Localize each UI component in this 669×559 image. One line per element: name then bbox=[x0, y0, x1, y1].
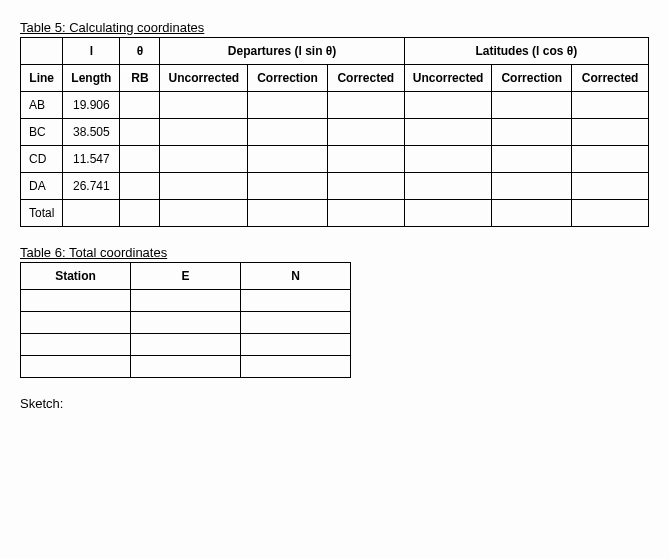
table5-length-cell: 38.505 bbox=[63, 119, 120, 146]
table5-latitudes-header: Latitudes (l cos θ) bbox=[404, 38, 648, 65]
table-row: AB19.906 bbox=[21, 92, 649, 119]
table5-lat-correction-header: Correction bbox=[492, 65, 572, 92]
table5-empty-cell bbox=[404, 200, 492, 227]
table5-lat-uncorrected-header: Uncorrected bbox=[404, 65, 492, 92]
table5-empty-cell bbox=[327, 119, 404, 146]
table5-empty-cell bbox=[492, 173, 572, 200]
table5-length-cell: 11.547 bbox=[63, 146, 120, 173]
table5-header-row2: Line Length RB Uncorrected Correction Co… bbox=[21, 65, 649, 92]
table5-empty-cell bbox=[492, 200, 572, 227]
table5-empty-cell bbox=[404, 119, 492, 146]
table-row bbox=[21, 356, 351, 378]
table5: l θ Departures (l sin θ) Latitudes (l co… bbox=[20, 37, 649, 227]
table6-station-cell bbox=[21, 334, 131, 356]
table-row: CD11.547 bbox=[21, 146, 649, 173]
table5-empty-cell bbox=[492, 92, 572, 119]
table5-empty-cell bbox=[492, 146, 572, 173]
table5-line-cell: DA bbox=[21, 173, 63, 200]
table5-empty-cell bbox=[572, 173, 649, 200]
table5-l-header: l bbox=[63, 38, 120, 65]
table5-line-header: Line bbox=[21, 65, 63, 92]
table6-station-cell bbox=[21, 356, 131, 378]
table5-empty-cell bbox=[160, 119, 248, 146]
table5-empty-cell bbox=[248, 119, 328, 146]
table-row: DA26.741 bbox=[21, 173, 649, 200]
table5-empty-cell bbox=[120, 173, 160, 200]
table5-empty-cell bbox=[248, 92, 328, 119]
table5-empty-cell bbox=[120, 146, 160, 173]
table5-empty-cell bbox=[120, 200, 160, 227]
table5-empty-cell bbox=[327, 92, 404, 119]
table5-empty-cell bbox=[327, 146, 404, 173]
table5-empty-cell bbox=[404, 173, 492, 200]
table5-dep-uncorrected-header: Uncorrected bbox=[160, 65, 248, 92]
table6-e-cell bbox=[131, 334, 241, 356]
table5-empty-cell bbox=[120, 92, 160, 119]
table5-line-cell: BC bbox=[21, 119, 63, 146]
table5-title: Table 5: Calculating coordinates bbox=[20, 20, 649, 35]
table5-empty-cell bbox=[572, 92, 649, 119]
table5-empty-cell bbox=[572, 119, 649, 146]
table6-station-cell bbox=[21, 290, 131, 312]
table6-n-header: N bbox=[241, 263, 351, 290]
table6-n-cell bbox=[241, 356, 351, 378]
table5-dep-correction-header: Correction bbox=[248, 65, 328, 92]
table6-title: Table 6: Total coordinates bbox=[20, 245, 649, 260]
table5-line-cell: CD bbox=[21, 146, 63, 173]
table5-empty-cell bbox=[327, 173, 404, 200]
table5-header-row1: l θ Departures (l sin θ) Latitudes (l co… bbox=[21, 38, 649, 65]
table6: Station E N bbox=[20, 262, 351, 378]
table6-station-header: Station bbox=[21, 263, 131, 290]
table5-empty-cell bbox=[248, 146, 328, 173]
table5-empty-cell bbox=[404, 146, 492, 173]
table5-line-cell: Total bbox=[21, 200, 63, 227]
table5-length-cell: 26.741 bbox=[63, 173, 120, 200]
table6-e-cell bbox=[131, 312, 241, 334]
table5-length-header: Length bbox=[63, 65, 120, 92]
table5-blank-header bbox=[21, 38, 63, 65]
table5-empty-cell bbox=[160, 92, 248, 119]
table6-n-cell bbox=[241, 290, 351, 312]
sketch-label: Sketch: bbox=[20, 396, 649, 411]
table5-empty-cell bbox=[120, 119, 160, 146]
table-row bbox=[21, 312, 351, 334]
table5-empty-cell bbox=[160, 173, 248, 200]
table6-station-cell bbox=[21, 312, 131, 334]
table5-empty-cell bbox=[572, 200, 649, 227]
table5-empty-cell bbox=[160, 200, 248, 227]
table5-empty-cell bbox=[572, 146, 649, 173]
table5-empty-cell bbox=[404, 92, 492, 119]
table-row: Total bbox=[21, 200, 649, 227]
table5-lat-corrected-header: Corrected bbox=[572, 65, 649, 92]
table-row: BC38.505 bbox=[21, 119, 649, 146]
table5-length-cell: 19.906 bbox=[63, 92, 120, 119]
table6-header-row: Station E N bbox=[21, 263, 351, 290]
table5-empty-cell bbox=[248, 173, 328, 200]
table5-departures-header: Departures (l sin θ) bbox=[160, 38, 404, 65]
table6-n-cell bbox=[241, 334, 351, 356]
table5-empty-cell bbox=[492, 119, 572, 146]
table5-empty-cell bbox=[248, 200, 328, 227]
table5-empty-cell bbox=[327, 200, 404, 227]
table5-line-cell: AB bbox=[21, 92, 63, 119]
table-row bbox=[21, 334, 351, 356]
table5-empty-cell bbox=[160, 146, 248, 173]
table5-dep-corrected-header: Corrected bbox=[327, 65, 404, 92]
table6-n-cell bbox=[241, 312, 351, 334]
table5-theta-header: θ bbox=[120, 38, 160, 65]
table5-rb-header: RB bbox=[120, 65, 160, 92]
table6-e-cell bbox=[131, 356, 241, 378]
table5-length-cell bbox=[63, 200, 120, 227]
table6-e-cell bbox=[131, 290, 241, 312]
table-row bbox=[21, 290, 351, 312]
table6-e-header: E bbox=[131, 263, 241, 290]
